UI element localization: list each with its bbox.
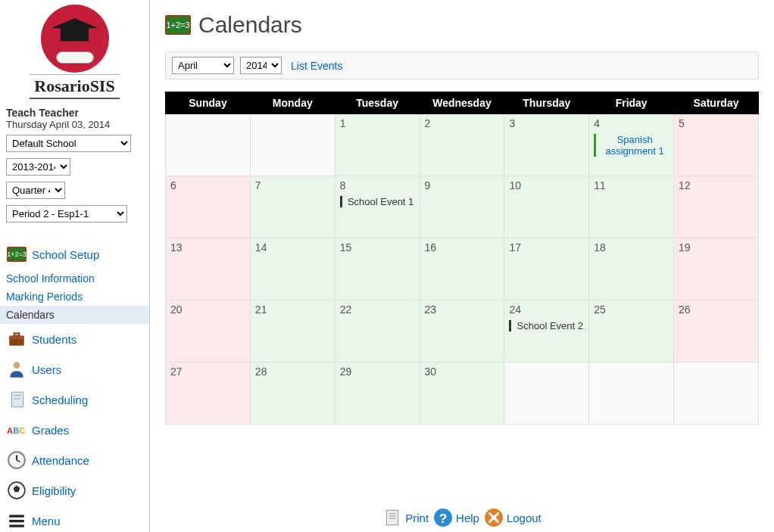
nav-sub-marking[interactable]: Marking Periods bbox=[0, 288, 149, 306]
svg-rect-15 bbox=[9, 515, 24, 517]
year-select[interactable]: 2013-2014 bbox=[6, 158, 70, 176]
menu-icon bbox=[6, 510, 27, 531]
nav-sub-calendars[interactable]: Calendars bbox=[0, 306, 149, 324]
calendar-cell[interactable] bbox=[589, 362, 674, 425]
calendar-cell[interactable]: 4Spanish assignment 1 bbox=[589, 114, 674, 176]
month-select[interactable]: April bbox=[172, 57, 234, 74]
logout-button[interactable]: Logout bbox=[484, 508, 541, 527]
day-header: Sunday bbox=[166, 92, 251, 114]
day-number: 14 bbox=[255, 241, 330, 254]
day-number: 5 bbox=[679, 117, 754, 129]
nav-sub-school-info[interactable]: School Information bbox=[0, 269, 149, 288]
calendar-cell[interactable]: 6 bbox=[166, 176, 251, 238]
day-number: 6 bbox=[170, 179, 245, 191]
page-header: 1+2=3 Calendars bbox=[165, 12, 759, 38]
day-number: 24 bbox=[509, 303, 584, 316]
nav-school-setup[interactable]: 1+2=3 School Setup bbox=[0, 239, 149, 269]
period-select[interactable]: Period 2 - Esp1-1 bbox=[6, 205, 127, 222]
nav-menu[interactable]: Menu bbox=[0, 506, 149, 532]
brand-text: RosarioSIS bbox=[30, 74, 119, 99]
calendar-cell[interactable]: 28 bbox=[250, 362, 335, 425]
calendar-cell[interactable] bbox=[166, 114, 251, 176]
calendar-cell[interactable]: 10 bbox=[504, 176, 589, 238]
svg-rect-16 bbox=[9, 520, 24, 522]
logo-icon bbox=[41, 5, 109, 73]
calendar-cell[interactable]: 2 bbox=[420, 114, 504, 176]
calendar-cell[interactable]: 5 bbox=[674, 114, 759, 176]
svg-rect-17 bbox=[9, 524, 24, 527]
user-icon bbox=[6, 359, 27, 380]
calendar-cell[interactable] bbox=[674, 362, 759, 425]
calendar-cell[interactable]: 30 bbox=[420, 362, 504, 425]
calendar-cell[interactable]: 14 bbox=[250, 238, 335, 300]
day-number: 21 bbox=[255, 303, 330, 316]
calendar-cell[interactable]: 20 bbox=[166, 300, 251, 362]
day-number: 23 bbox=[425, 303, 500, 316]
nav-users[interactable]: Users bbox=[0, 354, 149, 384]
help-button[interactable]: ? Help bbox=[433, 508, 479, 527]
nav-scheduling[interactable]: Scheduling bbox=[0, 384, 149, 415]
logo[interactable]: RosarioSIS bbox=[0, 0, 149, 102]
calendar-cell[interactable]: 24School Event 2 bbox=[504, 300, 589, 362]
calendar-cell[interactable]: 19 bbox=[674, 238, 759, 300]
footer: Print ? Help Logout bbox=[150, 508, 774, 527]
filter-bar: April 2014 List Events bbox=[165, 51, 759, 79]
day-number: 22 bbox=[340, 303, 415, 316]
day-header: Saturday bbox=[674, 92, 759, 114]
school-select[interactable]: Default School bbox=[6, 135, 131, 152]
nav-attendance[interactable]: Attendance bbox=[0, 445, 149, 475]
calendar-cell[interactable]: 23 bbox=[420, 300, 504, 362]
calendar-cell[interactable]: 17 bbox=[504, 238, 589, 300]
day-number: 4 bbox=[594, 117, 669, 129]
day-number: 26 bbox=[679, 303, 754, 316]
calendar-cell[interactable]: 29 bbox=[335, 362, 420, 425]
svg-point-3 bbox=[14, 362, 20, 369]
calendar-event[interactable]: Spanish assignment 1 bbox=[594, 134, 669, 157]
calendar-cell[interactable]: 11 bbox=[589, 176, 674, 238]
calendar-cell[interactable]: 1 bbox=[335, 114, 420, 176]
calendar-cell[interactable]: 18 bbox=[589, 238, 674, 300]
calendar-cell[interactable]: 27 bbox=[166, 362, 251, 425]
nav-label: Menu bbox=[32, 515, 61, 527]
calendar-cell[interactable]: 7 bbox=[250, 176, 335, 238]
calendar-cell[interactable]: 25 bbox=[589, 300, 674, 362]
calendar-cell[interactable]: 8School Event 1 bbox=[335, 176, 420, 238]
day-number: 1 bbox=[340, 117, 415, 129]
nav-eligibility[interactable]: Eligibility bbox=[0, 475, 149, 506]
year-filter-select[interactable]: 2014 bbox=[240, 57, 282, 74]
day-number: 10 bbox=[509, 179, 584, 191]
sidebar: RosarioSIS Teach Teacher Thursday April … bbox=[0, 0, 150, 532]
calendar-cell[interactable]: 12 bbox=[674, 176, 759, 238]
day-header: Tuesday bbox=[335, 92, 420, 114]
clock-icon bbox=[6, 450, 27, 471]
svg-text:C: C bbox=[19, 426, 25, 435]
nav-grades[interactable]: ABC Grades bbox=[0, 415, 149, 445]
day-number: 2 bbox=[425, 117, 500, 129]
list-events-link[interactable]: List Events bbox=[291, 60, 342, 72]
calendar-cell[interactable]: 26 bbox=[674, 300, 759, 362]
page-title: Calendars bbox=[198, 12, 302, 38]
notebook-icon bbox=[6, 389, 27, 410]
abc-icon: ABC bbox=[6, 419, 27, 440]
print-button[interactable]: Print bbox=[382, 508, 429, 527]
day-header: Thursday bbox=[504, 92, 589, 114]
calendar-cell[interactable]: 15 bbox=[335, 238, 420, 300]
calendar-cell[interactable]: 16 bbox=[420, 238, 504, 300]
calendar-cell[interactable]: 22 bbox=[335, 300, 420, 362]
calendar-cell[interactable]: 3 bbox=[504, 114, 589, 176]
nav-label: Eligibility bbox=[32, 484, 76, 497]
nav-label: Scheduling bbox=[32, 394, 88, 406]
quarter-select[interactable]: Quarter 4 bbox=[6, 182, 65, 199]
day-number: 18 bbox=[594, 241, 669, 254]
calendar-cell[interactable] bbox=[504, 362, 589, 425]
day-number: 20 bbox=[170, 303, 245, 316]
calendar-cell[interactable] bbox=[250, 114, 335, 176]
calendar-cell[interactable]: 9 bbox=[420, 176, 504, 238]
nav-label: School Setup bbox=[32, 248, 99, 261]
calendar-cell[interactable]: 13 bbox=[166, 238, 251, 300]
day-number: 13 bbox=[170, 241, 245, 254]
day-number: 8 bbox=[340, 179, 415, 191]
day-number: 15 bbox=[340, 241, 415, 254]
calendar-cell[interactable]: 21 bbox=[250, 300, 335, 362]
nav-students[interactable]: Students bbox=[0, 324, 149, 354]
